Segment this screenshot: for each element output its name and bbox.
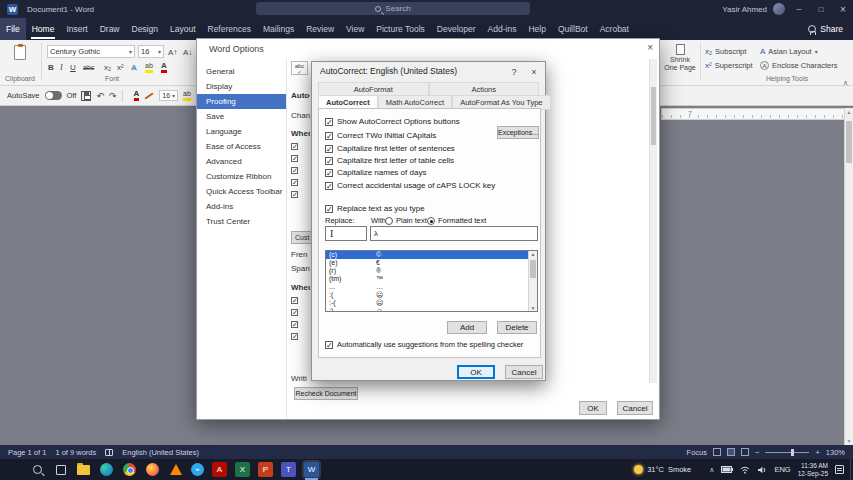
proofing-book-icon[interactable] [105, 449, 113, 456]
shrink-font-icon[interactable]: A↓ [183, 46, 192, 58]
action-center-icon[interactable] [835, 465, 844, 474]
word-options-titlebar[interactable]: Word Options × [197, 39, 659, 59]
shrink-one-page-button[interactable]: Shrink One Page [662, 44, 698, 72]
tab-add-ins[interactable]: Add-ins [482, 18, 523, 40]
taskbar-search-icon[interactable] [30, 462, 45, 477]
web-layout-icon[interactable] [741, 448, 749, 456]
language-indicator[interactable]: English (United States) [122, 448, 199, 457]
option-checkbox[interactable] [291, 167, 298, 174]
option-checkbox[interactable] [291, 155, 298, 162]
list-item[interactable]: :-(☹ [326, 299, 537, 307]
text-effects-icon[interactable] [131, 61, 136, 73]
scrollbar-thumb[interactable] [530, 260, 536, 278]
option-checkbox[interactable] [291, 309, 298, 316]
maximize-button[interactable] [813, 0, 829, 18]
search-box[interactable]: Search [256, 2, 530, 15]
zoom-slider-knob[interactable] [791, 449, 794, 456]
help-icon[interactable]: ? [507, 65, 521, 78]
delete-button[interactable]: Delete [497, 321, 537, 334]
autocorrect-cancel-button[interactable]: Cancel [505, 365, 543, 379]
powerpoint-icon[interactable]: P [258, 462, 273, 477]
option-checkbox[interactable] [291, 179, 298, 186]
with-input[interactable]: λ [370, 226, 538, 241]
file-explorer-icon[interactable] [76, 462, 91, 477]
scroll-up-icon[interactable]: ▲ [846, 109, 852, 115]
grow-font-icon[interactable]: A↑ [168, 46, 177, 58]
tab-review[interactable]: Review [300, 18, 340, 40]
exceptions-button[interactable]: Exceptions... [497, 126, 539, 139]
option-checkbox[interactable] [291, 143, 298, 150]
sidebar-item-proofing[interactable]: Proofing [197, 94, 286, 109]
zoom-slider[interactable] [765, 452, 809, 453]
qat-highlighter-icon[interactable]: ab [183, 90, 191, 101]
tab-file[interactable]: File [0, 18, 26, 40]
capitalize-first-letter-table-cells-checkbox[interactable]: Capitalize first letter of table cells [325, 156, 454, 165]
undo-icon[interactable] [96, 91, 104, 101]
focus-button[interactable]: Focus [687, 448, 707, 457]
word-options-scrollbar[interactable] [649, 59, 657, 383]
volume-icon[interactable] [757, 466, 767, 474]
capitalize-names-of-days-checkbox[interactable]: Capitalize names of days [325, 168, 426, 177]
autocorrect-ok-button[interactable]: OK [457, 365, 495, 379]
recheck-document-button[interactable]: Recheck Document [294, 387, 358, 400]
font-name-select[interactable]: Century Gothic [47, 45, 135, 58]
edge-icon[interactable] [99, 462, 114, 477]
word-options-close-icon[interactable]: × [647, 42, 653, 53]
tab-mailings[interactable]: Mailings [257, 18, 300, 40]
tab-layout[interactable]: Layout [164, 18, 202, 40]
list-item[interactable]: (tm)™ [326, 275, 537, 283]
tab-quillbot[interactable]: QuillBot [552, 18, 594, 40]
font-size-select[interactable]: 16 [138, 45, 164, 58]
tab-help[interactable]: Help [522, 18, 551, 40]
sidebar-item-customize-ribbon[interactable]: Customize Ribbon [197, 169, 286, 184]
read-mode-icon[interactable] [713, 448, 721, 456]
scrollbar-thumb[interactable] [651, 87, 656, 145]
correct-caps-lock-checkbox[interactable]: Correct accidental usage of cAPS LOCK ke… [325, 181, 495, 190]
tab-design[interactable]: Design [126, 18, 164, 40]
subscript-button[interactable]: Subscript [705, 47, 746, 56]
clock[interactable]: 11:36 AM 12-Sep-25 [798, 462, 828, 478]
bold-icon[interactable] [48, 61, 54, 73]
tab-insert[interactable]: Insert [60, 18, 93, 40]
excel-icon[interactable]: X [235, 462, 250, 477]
plain-text-radio[interactable]: Plain text [385, 216, 427, 225]
underline-icon[interactable] [70, 61, 76, 73]
italic-icon[interactable] [60, 61, 63, 73]
acrobat-icon[interactable]: A [212, 462, 227, 477]
battery-icon[interactable] [721, 466, 733, 473]
tab-draw[interactable]: Draw [94, 18, 126, 40]
superscript-icon[interactable] [117, 61, 124, 73]
start-icon[interactable] [7, 462, 22, 477]
replacement-list[interactable]: (c)© (e)€ (r)® (tm)™ ...… :(☹ :-(☹ :)☺ ▲… [325, 250, 538, 312]
strikethrough-icon[interactable] [83, 61, 94, 73]
paste-button[interactable] [8, 43, 32, 60]
list-item[interactable]: (e)€ [326, 259, 537, 267]
formatted-text-radio[interactable]: Formatted text [427, 216, 486, 225]
list-item[interactable]: (r)® [326, 267, 537, 275]
replace-text-as-you-type-checkbox[interactable]: Replace text as you type [325, 204, 425, 213]
asian-layout-button[interactable]: A Asian Layout [760, 47, 818, 56]
add-button[interactable]: Add [447, 321, 487, 334]
weather-widget[interactable]: 31°C Smoke [634, 465, 691, 474]
redo-icon[interactable] [109, 91, 117, 101]
tab-references[interactable]: References [202, 18, 257, 40]
sidebar-item-language[interactable]: Language [197, 124, 286, 139]
share-button[interactable]: Share [798, 18, 853, 40]
word-options-ok-button[interactable]: OK [579, 401, 607, 415]
zoom-in-icon[interactable] [815, 448, 819, 457]
sidebar-item-display[interactable]: Display [197, 79, 286, 94]
autosave-toggle[interactable] [45, 91, 62, 100]
superscript-button[interactable]: Superscript [705, 61, 753, 70]
tab-developer[interactable]: Developer [431, 18, 482, 40]
teams-icon[interactable]: T [281, 462, 296, 477]
tab-view[interactable]: View [340, 18, 370, 40]
list-item[interactable]: ...… [326, 283, 537, 291]
autocorrect-close-icon[interactable]: × [527, 65, 541, 78]
scroll-down-icon[interactable]: ▼ [529, 305, 537, 311]
sidebar-item-ease-of-access[interactable]: Ease of Access [197, 139, 286, 154]
hidden-icons-chevron[interactable] [709, 465, 714, 474]
sidebar-item-trust-center[interactable]: Trust Center [197, 214, 286, 229]
option-checkbox[interactable] [291, 191, 298, 198]
sidebar-item-add-ins[interactable]: Add-ins [197, 199, 286, 214]
tab-acrobat[interactable]: Acrobat [594, 18, 635, 40]
